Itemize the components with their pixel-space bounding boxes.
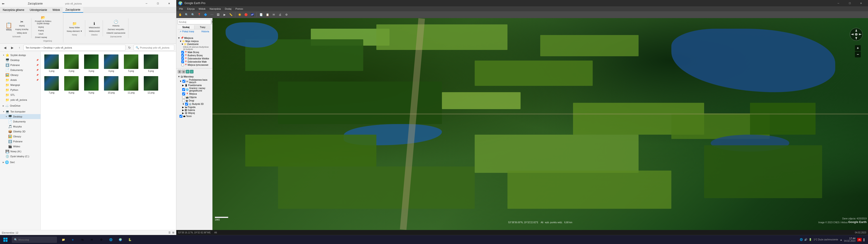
taskbar-icon-python[interactable]: 🐍 <box>125 235 134 244</box>
ge-menu-narzedzia[interactable]: Narzędzia <box>208 7 223 11</box>
panel-ctrl-4[interactable]: – <box>190 70 193 73</box>
ge-btn-ruler[interactable]: 📏 <box>228 12 234 18</box>
nav-muzyka[interactable]: 🎵 Muzyka <box>0 124 40 129</box>
ge-zoom-in-btn[interactable]: + <box>855 45 861 51</box>
forward-button[interactable]: ▶ <box>9 44 16 51</box>
btn-wklej-skrot[interactable]: Wklej skrót <box>14 31 29 35</box>
ge-place-3[interactable]: 📍 Dobrowieckie Wielkie <box>178 57 211 60</box>
ge-show-route[interactable]: ↗ Pokaż trasę Historia <box>178 29 211 34</box>
layer-miejsca-checkbox[interactable] <box>182 92 185 95</box>
refresh-button[interactable]: ↻ <box>126 44 133 51</box>
ge-tab-szukaj[interactable]: Szukaj <box>178 25 194 29</box>
ge-btn-options[interactable]: ⚙ <box>283 12 289 18</box>
taskbar-icon-mail[interactable]: ✉ <box>87 235 96 244</box>
nav-siec[interactable]: ▶ 🌐 Sieć <box>0 160 40 165</box>
ge-layer-granice[interactable]: 🌐 Granice i nazwy geograficzne <box>178 87 211 92</box>
ge-place-4[interactable]: 📍 Dobrowieckie Małe <box>178 60 211 63</box>
taskbar-search[interactable]: 🔍 <box>12 237 57 243</box>
ge-menu-edycja[interactable]: Edycja <box>185 7 196 11</box>
nav-obrazy[interactable]: 🖼️ Obrazy 📌 <box>0 72 40 78</box>
nav-mangopi[interactable]: 📁 Mangopi <box>0 83 40 87</box>
nav-quick-access[interactable]: ▼ ⭐ Szybki dostęp <box>0 53 40 58</box>
nav-obiekty3d[interactable]: 📦 Obiekty 3D <box>0 129 40 134</box>
file-item-5.png[interactable]: 5.png <box>122 54 140 73</box>
nav-dysk-c[interactable]: 💿 Dysk lokalny (C:) <box>0 154 40 159</box>
tab-narzedzia[interactable]: Narzędzia główne <box>0 7 27 13</box>
search-input[interactable] <box>140 46 172 49</box>
btn-wytnij[interactable]: ✂ Wytnij <box>14 19 29 27</box>
nav-wideo[interactable]: 🎬 Wideo <box>0 144 40 149</box>
btn-kopiuj-sciezke[interactable]: Kopiuj ścieżkę <box>14 28 29 31</box>
place-4-checkbox[interactable] <box>181 60 184 63</box>
ge-btn-image[interactable]: 🖼 <box>215 12 221 18</box>
taskbar-icon-settings[interactable]: ⚙ <box>97 235 106 244</box>
ge-menu-pomoc[interactable]: Pomoc <box>234 7 245 11</box>
ge-place-5[interactable]: 📍 Miejsca tymczasowe <box>178 63 211 66</box>
ge-places-header[interactable]: ▼ 📌 Miejsca <box>178 36 211 40</box>
btn-odwroc-zaznaczenie[interactable]: Odwróć zaznaczenie <box>105 31 126 35</box>
btn-wytnij2[interactable]: Wytnij <box>34 26 48 29</box>
back-button[interactable]: ◀ <box>2 44 8 51</box>
ge-close[interactable]: ✕ <box>856 0 866 6</box>
file-item-10.png[interactable]: 10.png <box>102 75 120 95</box>
btn-kopiuj[interactable]: Kopiuj <box>34 29 48 32</box>
btn-nowy-folder[interactable]: 📁 Nowy folder <box>68 21 81 29</box>
ge-btn-tour[interactable]: ▶ <box>221 12 227 18</box>
taskbar-volume-icon[interactable]: 🔊 <box>804 238 807 241</box>
nav-dokumenty[interactable]: 📄 Dokumenty 📌 <box>0 67 40 72</box>
btn-zmien-nazwe[interactable]: Zmień nazwę <box>34 36 48 39</box>
ge-menu-plik[interactable]: Plik <box>177 7 185 11</box>
address-bar[interactable]: Ten komputer > Desktop > yolo v8_jeziora <box>24 45 125 51</box>
btn-wklej[interactable]: 📋 Wklej <box>4 21 14 32</box>
file-item-12.png[interactable]: 12.png <box>142 75 160 95</box>
ge-btn-zoom-in[interactable]: 🔍 <box>184 12 189 18</box>
nav-pobrane[interactable]: ⬇️ Pobrane 📌 <box>0 63 40 67</box>
ge-layer-zdjecia[interactable]: 📸 Zdjęcia <box>178 96 211 99</box>
ge-menu-widok[interactable]: Widok <box>197 7 208 11</box>
nav-desktop-active[interactable]: ▼ 🖥️ Desktop <box>0 114 40 119</box>
tab-udostepnianie[interactable]: Udostępnianie <box>27 7 50 13</box>
ge-place-1[interactable]: 📍 Małe Brzeq <box>178 51 211 54</box>
layer-budynki-checkbox[interactable] <box>185 102 188 105</box>
file-item-7.png[interactable]: 7.png <box>42 75 61 95</box>
file-item-3.png[interactable]: 3.png <box>82 54 100 73</box>
btn-nowy-element[interactable]: Nowy element ▼ <box>66 30 83 33</box>
ge-sightseeing[interactable]: ▼ 📁 Zwiedzanie <box>178 43 211 45</box>
ge-map[interactable]: + − 53°38'36.69"N, 19°32'22.82"E Alt wyb… <box>213 18 868 230</box>
layer-zdjecia-checkbox[interactable] <box>182 96 185 99</box>
taskbar-icon-ge[interactable]: 🌍 <box>116 235 125 244</box>
nav-dokumenty2[interactable]: 📄 Dokumenty <box>0 119 40 124</box>
ge-maximize[interactable]: ☐ <box>844 0 855 6</box>
layer-drogi-checkbox[interactable] <box>182 99 185 102</box>
ge-btn-polygon[interactable]: 🔷 <box>203 12 209 18</box>
search-bar[interactable]: 🔍 <box>133 45 174 51</box>
ge-layer-pogoda[interactable]: ▶ 🌤 Pogoda <box>178 106 211 109</box>
btn-usun[interactable]: Usuń <box>34 32 48 35</box>
file-item-11.png[interactable]: 11.png <box>122 75 140 95</box>
btn-historia[interactable]: 🕐 Historia <box>112 19 121 27</box>
ge-layer-miejsca[interactable]: 📍 Miejsca <box>178 92 211 96</box>
ge-btn-sky[interactable]: 🌌 <box>249 12 255 18</box>
close-button[interactable]: ✕ <box>164 0 174 7</box>
file-item-4.png[interactable]: 4.png <box>102 54 120 73</box>
taskbar-show-desktop[interactable]: ▌ <box>864 238 865 241</box>
tab-widok[interactable]: Widok <box>50 7 63 13</box>
taskbar-search-input[interactable] <box>18 238 55 241</box>
nav-stl[interactable]: 📁 STL <box>0 92 40 97</box>
layer-teren-checkbox[interactable] <box>180 115 182 118</box>
panel-ctrl-3[interactable]: + <box>186 70 189 73</box>
view-large-icon[interactable]: ⊞ <box>172 231 174 234</box>
minimize-button[interactable]: ─ <box>141 0 152 7</box>
nav-antek[interactable]: 📁 Antek 📌 <box>0 78 40 83</box>
file-item-8.png[interactable]: 8.png <box>62 75 81 95</box>
ge-place-2[interactable]: 📍 Budnery Brzeq <box>178 54 211 57</box>
ge-btn-mars[interactable]: 🔴 <box>243 12 249 18</box>
ge-layers-header[interactable]: ▼ 🗂 Warstwy <box>178 75 211 79</box>
nav-onedrive[interactable]: ▶ ☁️ OneDrive <box>0 103 40 108</box>
place-2-checkbox[interactable] <box>181 54 184 57</box>
nav-nowy-a[interactable]: 💾 Nowy (A:) <box>0 149 40 154</box>
file-item-9.png[interactable]: 9.png <box>82 75 100 95</box>
file-item-6.png[interactable]: 6.png <box>142 54 160 73</box>
ge-menu-dodaj[interactable]: Dodaj <box>223 7 233 11</box>
maximize-button[interactable]: ☐ <box>153 0 163 7</box>
